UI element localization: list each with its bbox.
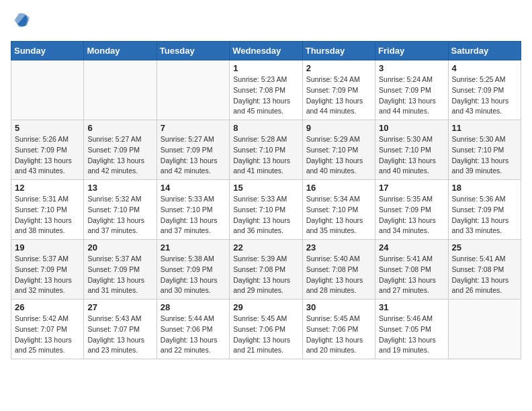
calendar-cell: 19Sunrise: 5:37 AMSunset: 7:09 PMDayligh… bbox=[11, 240, 84, 300]
day-info: Sunrise: 5:31 AMSunset: 7:10 PMDaylight:… bbox=[15, 194, 80, 236]
day-number: 13 bbox=[87, 183, 152, 193]
calendar-header-friday: Friday bbox=[375, 42, 448, 60]
day-number: 6 bbox=[87, 123, 152, 133]
calendar-cell bbox=[157, 60, 229, 120]
day-number: 27 bbox=[87, 302, 152, 312]
calendar-cell: 9Sunrise: 5:29 AMSunset: 7:10 PMDaylight… bbox=[302, 120, 375, 180]
calendar-cell: 28Sunrise: 5:44 AMSunset: 7:06 PMDayligh… bbox=[157, 300, 229, 359]
day-number: 16 bbox=[306, 183, 371, 193]
day-number: 1 bbox=[233, 63, 298, 73]
day-info: Sunrise: 5:41 AMSunset: 7:08 PMDaylight:… bbox=[452, 254, 517, 296]
day-number: 5 bbox=[15, 123, 80, 133]
day-info: Sunrise: 5:28 AMSunset: 7:10 PMDaylight:… bbox=[233, 134, 298, 177]
calendar-cell: 6Sunrise: 5:27 AMSunset: 7:09 PMDaylight… bbox=[84, 120, 157, 180]
logo bbox=[11, 11, 31, 33]
day-info: Sunrise: 5:43 AMSunset: 7:07 PMDaylight:… bbox=[87, 314, 152, 356]
day-number: 29 bbox=[233, 302, 298, 312]
day-info: Sunrise: 5:35 AMSunset: 7:09 PMDaylight:… bbox=[379, 194, 444, 236]
calendar-cell: 21Sunrise: 5:38 AMSunset: 7:09 PMDayligh… bbox=[157, 240, 229, 300]
calendar-week-1: 1Sunrise: 5:23 AMSunset: 7:08 PMDaylight… bbox=[11, 60, 521, 120]
day-info: Sunrise: 5:29 AMSunset: 7:10 PMDaylight:… bbox=[306, 134, 371, 177]
day-info: Sunrise: 5:24 AMSunset: 7:09 PMDaylight:… bbox=[306, 75, 371, 117]
day-info: Sunrise: 5:41 AMSunset: 7:08 PMDaylight:… bbox=[379, 254, 444, 296]
day-info: Sunrise: 5:46 AMSunset: 7:05 PMDaylight:… bbox=[379, 314, 444, 356]
day-info: Sunrise: 5:25 AMSunset: 7:09 PMDaylight:… bbox=[452, 75, 517, 117]
day-info: Sunrise: 5:27 AMSunset: 7:09 PMDaylight:… bbox=[161, 134, 226, 177]
day-info: Sunrise: 5:42 AMSunset: 7:07 PMDaylight:… bbox=[15, 314, 80, 356]
day-info: Sunrise: 5:33 AMSunset: 7:10 PMDaylight:… bbox=[161, 194, 226, 236]
day-info: Sunrise: 5:37 AMSunset: 7:09 PMDaylight:… bbox=[87, 254, 152, 296]
day-number: 20 bbox=[87, 242, 152, 253]
calendar-cell: 13Sunrise: 5:32 AMSunset: 7:10 PMDayligh… bbox=[84, 180, 157, 240]
calendar-cell: 10Sunrise: 5:30 AMSunset: 7:10 PMDayligh… bbox=[375, 120, 448, 180]
day-number: 12 bbox=[15, 183, 80, 193]
day-number: 31 bbox=[379, 302, 444, 312]
calendar-cell: 30Sunrise: 5:45 AMSunset: 7:06 PMDayligh… bbox=[302, 300, 375, 359]
calendar-header-sunday: Sunday bbox=[11, 42, 84, 60]
day-number: 25 bbox=[452, 242, 517, 253]
calendar-body: 1Sunrise: 5:23 AMSunset: 7:08 PMDaylight… bbox=[11, 60, 521, 359]
day-info: Sunrise: 5:27 AMSunset: 7:09 PMDaylight:… bbox=[87, 134, 152, 177]
calendar-week-2: 5Sunrise: 5:26 AMSunset: 7:09 PMDaylight… bbox=[11, 120, 521, 180]
calendar-cell: 20Sunrise: 5:37 AMSunset: 7:09 PMDayligh… bbox=[84, 240, 157, 300]
day-number: 4 bbox=[452, 63, 517, 73]
day-number: 26 bbox=[15, 302, 80, 312]
calendar-cell bbox=[11, 60, 84, 120]
day-info: Sunrise: 5:33 AMSunset: 7:10 PMDaylight:… bbox=[233, 194, 298, 236]
day-info: Sunrise: 5:40 AMSunset: 7:08 PMDaylight:… bbox=[306, 254, 371, 296]
calendar-cell: 5Sunrise: 5:26 AMSunset: 7:09 PMDaylight… bbox=[11, 120, 84, 180]
day-info: Sunrise: 5:30 AMSunset: 7:10 PMDaylight:… bbox=[452, 134, 517, 177]
logo-icon bbox=[12, 11, 31, 30]
day-number: 23 bbox=[306, 242, 371, 253]
calendar-cell: 23Sunrise: 5:40 AMSunset: 7:08 PMDayligh… bbox=[302, 240, 375, 300]
calendar-header-wednesday: Wednesday bbox=[230, 42, 302, 60]
calendar-cell: 8Sunrise: 5:28 AMSunset: 7:10 PMDaylight… bbox=[230, 120, 302, 180]
calendar-week-5: 26Sunrise: 5:42 AMSunset: 7:07 PMDayligh… bbox=[11, 300, 521, 359]
calendar-cell: 12Sunrise: 5:31 AMSunset: 7:10 PMDayligh… bbox=[11, 180, 84, 240]
day-number: 14 bbox=[161, 183, 226, 193]
day-number: 7 bbox=[161, 123, 226, 133]
day-info: Sunrise: 5:38 AMSunset: 7:09 PMDaylight:… bbox=[161, 254, 226, 296]
day-info: Sunrise: 5:45 AMSunset: 7:06 PMDaylight:… bbox=[233, 314, 298, 356]
calendar-header-monday: Monday bbox=[84, 42, 157, 60]
calendar-header-saturday: Saturday bbox=[448, 42, 521, 60]
day-number: 17 bbox=[379, 183, 444, 193]
day-number: 28 bbox=[161, 302, 226, 312]
day-info: Sunrise: 5:44 AMSunset: 7:06 PMDaylight:… bbox=[161, 314, 226, 356]
calendar-cell: 29Sunrise: 5:45 AMSunset: 7:06 PMDayligh… bbox=[230, 300, 302, 359]
day-info: Sunrise: 5:32 AMSunset: 7:10 PMDaylight:… bbox=[87, 194, 152, 236]
calendar-cell: 24Sunrise: 5:41 AMSunset: 7:08 PMDayligh… bbox=[375, 240, 448, 300]
page-header bbox=[11, 11, 521, 33]
day-number: 22 bbox=[233, 242, 298, 253]
calendar-cell: 14Sunrise: 5:33 AMSunset: 7:10 PMDayligh… bbox=[157, 180, 229, 240]
calendar-cell: 16Sunrise: 5:34 AMSunset: 7:10 PMDayligh… bbox=[302, 180, 375, 240]
day-number: 15 bbox=[233, 183, 298, 193]
calendar-cell: 2Sunrise: 5:24 AMSunset: 7:09 PMDaylight… bbox=[302, 60, 375, 120]
calendar-cell: 22Sunrise: 5:39 AMSunset: 7:08 PMDayligh… bbox=[230, 240, 302, 300]
calendar-cell: 11Sunrise: 5:30 AMSunset: 7:10 PMDayligh… bbox=[448, 120, 521, 180]
calendar-week-4: 19Sunrise: 5:37 AMSunset: 7:09 PMDayligh… bbox=[11, 240, 521, 300]
day-number: 9 bbox=[306, 123, 371, 133]
calendar-cell: 4Sunrise: 5:25 AMSunset: 7:09 PMDaylight… bbox=[448, 60, 521, 120]
day-info: Sunrise: 5:26 AMSunset: 7:09 PMDaylight:… bbox=[15, 134, 80, 177]
day-number: 24 bbox=[379, 242, 444, 253]
calendar-cell: 26Sunrise: 5:42 AMSunset: 7:07 PMDayligh… bbox=[11, 300, 84, 359]
day-number: 3 bbox=[379, 63, 444, 73]
calendar-table: SundayMondayTuesdayWednesdayThursdayFrid… bbox=[11, 41, 521, 359]
day-number: 18 bbox=[452, 183, 517, 193]
day-info: Sunrise: 5:30 AMSunset: 7:10 PMDaylight:… bbox=[379, 134, 444, 177]
day-info: Sunrise: 5:37 AMSunset: 7:09 PMDaylight:… bbox=[15, 254, 80, 296]
calendar-header-tuesday: Tuesday bbox=[157, 42, 229, 60]
day-number: 30 bbox=[306, 302, 371, 312]
logo-text bbox=[11, 11, 31, 33]
calendar-cell: 1Sunrise: 5:23 AMSunset: 7:08 PMDaylight… bbox=[230, 60, 302, 120]
day-info: Sunrise: 5:23 AMSunset: 7:08 PMDaylight:… bbox=[233, 75, 298, 117]
calendar-cell bbox=[84, 60, 157, 120]
day-info: Sunrise: 5:45 AMSunset: 7:06 PMDaylight:… bbox=[306, 314, 371, 356]
calendar-cell: 15Sunrise: 5:33 AMSunset: 7:10 PMDayligh… bbox=[230, 180, 302, 240]
calendar-header-row: SundayMondayTuesdayWednesdayThursdayFrid… bbox=[11, 42, 521, 60]
day-number: 11 bbox=[452, 123, 517, 133]
calendar-cell: 27Sunrise: 5:43 AMSunset: 7:07 PMDayligh… bbox=[84, 300, 157, 359]
calendar-cell: 3Sunrise: 5:24 AMSunset: 7:09 PMDaylight… bbox=[375, 60, 448, 120]
day-info: Sunrise: 5:34 AMSunset: 7:10 PMDaylight:… bbox=[306, 194, 371, 236]
